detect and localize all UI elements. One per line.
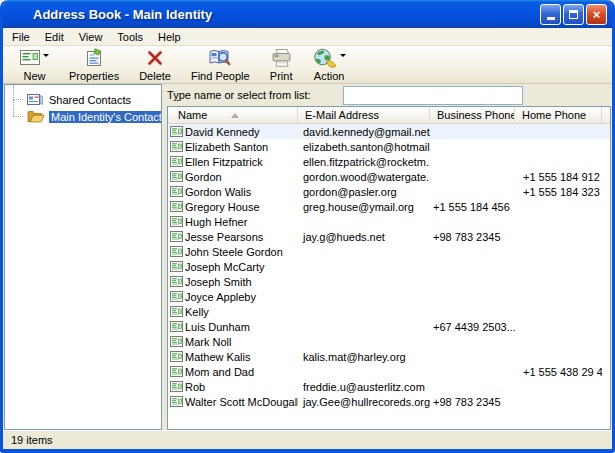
cell-email (298, 289, 430, 304)
cell-email (298, 244, 430, 259)
contact-card-icon (170, 351, 183, 362)
cell-name: Elizabeth Santon (168, 139, 298, 154)
maximize-button[interactable] (563, 4, 584, 25)
contact-row[interactable]: Mathew Kaliskalis.mat@harley.org (168, 349, 610, 364)
cell-business-phone: +98 783 2345 (430, 394, 515, 409)
menu-bar: FileEditViewToolsHelp (3, 28, 612, 46)
column-header-label: Business Phone (437, 109, 515, 121)
cell-name: Mathew Kalis (168, 349, 298, 364)
properties-button[interactable]: Properties (62, 47, 126, 83)
cell-text: Mom and Dad (185, 366, 254, 378)
cell-email: freddie.u@austerlitz.com (298, 379, 430, 394)
cell-home-phone (515, 274, 602, 289)
cell-home-phone (515, 259, 602, 274)
menu-file[interactable]: File (5, 29, 38, 45)
cell-business-phone (430, 349, 515, 364)
contact-row[interactable]: Joseph Smith (168, 274, 610, 289)
cell-home-phone (515, 304, 602, 319)
column-header-home-phone[interactable]: Home Phone (515, 107, 602, 123)
cell-text: kalis.mat@harley.org (303, 351, 406, 363)
toolbar-button-label: Properties (69, 70, 119, 82)
print-icon (270, 48, 293, 72)
minimize-button[interactable] (540, 4, 561, 25)
contact-row[interactable]: Luis Dunham+67 4439 2503... (168, 319, 610, 334)
cell-text: Mathew Kalis (185, 351, 250, 363)
contact-row[interactable]: David Kennedydavid.kennedy@gmail.net (168, 124, 610, 139)
contact-row[interactable]: Elizabeth Santonelizabeth.santon@hotmail… (168, 139, 610, 154)
tree-item-shared-contacts[interactable]: Shared Contacts (5, 91, 161, 108)
cell-email: jay.Gee@hullrecoreds.org (298, 394, 430, 409)
cell-home-phone (515, 334, 602, 349)
cell-home-phone (515, 394, 602, 409)
contact-row[interactable]: Robfreddie.u@austerlitz.com (168, 379, 610, 394)
cell-text: Hugh Hefner (185, 216, 247, 228)
cell-text: Walter Scott McDougall (185, 396, 298, 408)
action-button[interactable]: Action (306, 47, 353, 83)
contact-row[interactable]: Joyce Appleby (168, 289, 610, 304)
cell-text: +67 4439 2503... (433, 321, 515, 333)
contact-card-icon (170, 201, 183, 212)
toolbar-button-label: New (23, 70, 45, 82)
menu-view[interactable]: View (72, 29, 111, 45)
cell-name: Mark Noll (168, 334, 298, 349)
cell-email (298, 259, 430, 274)
column-header-label: E-Mail Address (305, 109, 379, 121)
cell-text: Jesse Pearsons (185, 231, 263, 243)
contact-row[interactable]: Mark Noll (168, 334, 610, 349)
cell-name: Ellen Fitzpatrick (168, 154, 298, 169)
new-button[interactable]: New (13, 47, 56, 83)
open-folder-icon (27, 110, 45, 123)
contact-card-icon (170, 156, 183, 167)
cell-business-phone: +67 4439 2503... (430, 319, 515, 334)
status-text: 19 items (11, 434, 53, 446)
contact-row[interactable]: Mom and Dad+1 555 438 29 44 (168, 364, 610, 379)
contact-row[interactable]: Kelly (168, 304, 610, 319)
close-button[interactable]: × (586, 4, 607, 25)
dropdown-arrow-icon (340, 54, 346, 57)
cell-home-phone (515, 319, 602, 334)
filter-input[interactable] (343, 86, 523, 105)
cell-text: gordon@pasler.org (303, 186, 397, 198)
contact-row[interactable]: John Steele Gordon (168, 244, 610, 259)
column-header-name[interactable]: Name (168, 107, 298, 123)
find-people-button[interactable]: Find People (184, 47, 257, 83)
cell-home-phone (515, 139, 602, 154)
cell-business-phone (430, 304, 515, 319)
cell-text: +1 555 438 29 44 (523, 366, 602, 378)
address-book-icon[interactable] (9, 5, 29, 23)
contact-row[interactable]: Gordon Walisgordon@pasler.org+1 555 184 … (168, 184, 610, 199)
window-title: Address Book - Main Identity (33, 7, 538, 22)
cell-home-phone: +1 555 184 323 (515, 184, 602, 199)
cell-name: Walter Scott McDougall (168, 394, 298, 409)
cell-email (298, 304, 430, 319)
contact-row[interactable]: Jesse Pearsonsjay.g@hueds.net+98 783 234… (168, 229, 610, 244)
cell-text: +1 555 184 912 (523, 171, 600, 183)
cell-text: Joyce Appleby (185, 291, 256, 303)
print-button[interactable]: Print (263, 47, 300, 83)
cell-text: freddie.u@austerlitz.com (303, 381, 425, 393)
contact-row[interactable]: Joseph McCarty (168, 259, 610, 274)
contact-row[interactable]: Gordongordon.wood@watergate...+1 555 184… (168, 169, 610, 184)
tree-item-label: Main Identity's Contacts (49, 111, 162, 123)
cell-home-phone (515, 199, 602, 214)
contact-card-icon (170, 291, 183, 302)
contact-card-icon (170, 366, 183, 377)
close-icon: × (593, 8, 601, 21)
delete-button[interactable]: Delete (132, 47, 178, 83)
contact-row[interactable]: Hugh Hefner (168, 214, 610, 229)
contact-row[interactable]: Walter Scott McDougalljay.Gee@hullrecore… (168, 394, 610, 409)
cell-text: +1 555 184 323 (523, 186, 600, 198)
contact-row[interactable]: Ellen Fitzpatrickellen.fitzpatrick@rocke… (168, 154, 610, 169)
column-header-e-mail-address[interactable]: E-Mail Address (298, 107, 430, 123)
cell-text: Elizabeth Santon (185, 141, 268, 153)
filter-label: Type name or select from list: (167, 89, 311, 101)
menu-tools[interactable]: Tools (110, 29, 151, 45)
menu-help[interactable]: Help (151, 29, 189, 45)
cell-text: Mark Noll (185, 336, 231, 348)
column-header-business-phone[interactable]: Business Phone (430, 107, 515, 123)
contact-row[interactable]: Gregory Housegreg.house@ymail.org+1 555 … (168, 199, 610, 214)
tree-item-main-identity-s-contacts[interactable]: Main Identity's Contacts (5, 108, 161, 125)
cell-text: Luis Dunham (185, 321, 250, 333)
menu-edit[interactable]: Edit (38, 29, 72, 45)
cell-name: Joseph McCarty (168, 259, 298, 274)
